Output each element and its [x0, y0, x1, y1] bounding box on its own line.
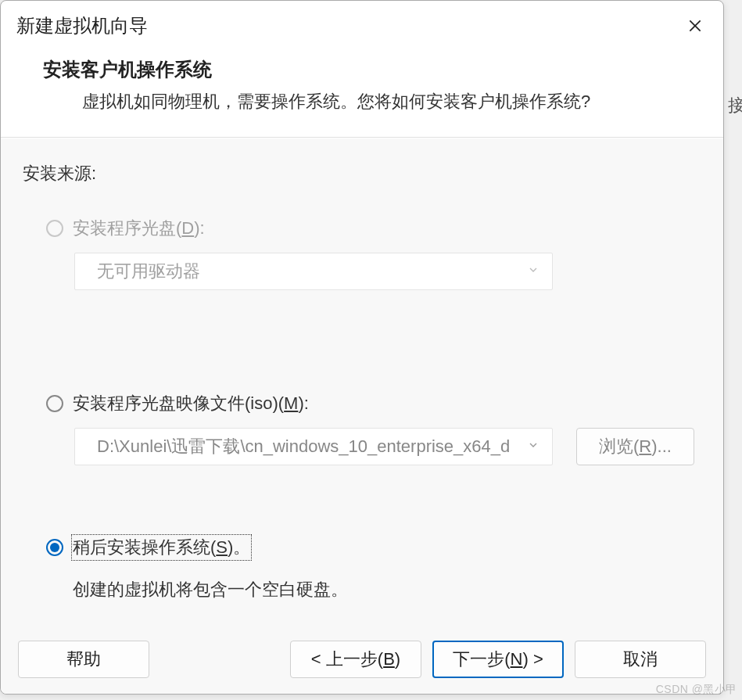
radio-iso-label-pre: 安装程序光盘映像文件(iso)(: [73, 393, 284, 413]
disc-drive-dropdown: 无可用驱动器: [74, 253, 553, 290]
iso-controls-row: D:\Xunlei\迅雷下载\cn_windows_10_enterprise_…: [74, 428, 701, 465]
radio-iso-hotkey: M: [284, 393, 298, 413]
radio-disc: [46, 220, 63, 237]
radio-disc-label-pre: 安装程序光盘(: [73, 218, 181, 238]
next-hotkey: N: [511, 649, 523, 669]
titlebar: 新建虚拟机向导: [1, 1, 723, 46]
next-label-post: ) >: [522, 649, 543, 669]
browse-label-pre: 浏览(: [599, 435, 639, 458]
disc-drive-text: 无可用驱动器: [97, 260, 200, 283]
radio-later-hotkey: S: [216, 537, 228, 557]
header-subtitle: 虚拟机如同物理机，需要操作系统。您将如何安装客户机操作系统?: [43, 90, 708, 113]
dialog-title: 新建虚拟机向导: [16, 13, 148, 38]
radio-disc-hotkey: D: [181, 218, 194, 238]
next-button[interactable]: 下一步(N) >: [432, 641, 564, 678]
background-fragment: 接: [728, 86, 742, 125]
chevron-down-icon: [527, 439, 539, 454]
option-later-description: 创建的虚拟机将包含一个空白硬盘。: [73, 578, 701, 601]
back-hotkey: B: [383, 649, 395, 669]
footer: 帮助 < 上一步(B) 下一步(N) > 取消: [1, 628, 723, 694]
header-section: 安装客户机操作系统 虚拟机如同物理机，需要操作系统。您将如何安装客户机操作系统?: [1, 46, 723, 138]
source-label: 安装来源:: [23, 162, 701, 185]
header-heading: 安装客户机操作系统: [43, 57, 708, 82]
content-area: 安装来源: 安装程序光盘(D): 无可用驱动器 安装程序光盘映像文: [1, 138, 723, 628]
close-icon: [687, 18, 703, 34]
browse-label-post: )...: [651, 436, 672, 457]
next-label-pre: 下一步(: [453, 648, 510, 671]
radio-later-label-post: )。: [228, 537, 250, 557]
radio-disc-label: 安装程序光盘(D):: [73, 217, 205, 240]
cancel-button[interactable]: 取消: [575, 641, 706, 678]
back-label-pre: < 上一步(: [311, 648, 383, 671]
option-disc-row: 安装程序光盘(D):: [46, 217, 701, 240]
install-source-group: 安装程序光盘(D): 无可用驱动器 安装程序光盘映像文件(iso)(M): D:: [23, 217, 701, 601]
wizard-dialog: 新建虚拟机向导 安装客户机操作系统 虚拟机如同物理机，需要操作系统。您将如何安装…: [0, 0, 724, 695]
option-later-row[interactable]: 稍后安装操作系统(S)。: [46, 536, 701, 559]
radio-iso-label-post: ):: [298, 393, 308, 413]
radio-later-label: 稍后安装操作系统(S)。: [73, 536, 250, 559]
iso-path-dropdown[interactable]: D:\Xunlei\迅雷下载\cn_windows_10_enterprise_…: [74, 428, 553, 465]
radio-iso-label: 安装程序光盘映像文件(iso)(M):: [73, 392, 309, 415]
back-label-post: ): [395, 649, 400, 669]
browse-hotkey: R: [639, 436, 651, 457]
browse-button[interactable]: 浏览(R)...: [576, 428, 694, 465]
radio-later-label-pre: 稍后安装操作系统(: [73, 537, 216, 557]
radio-later[interactable]: [46, 539, 63, 556]
radio-iso[interactable]: [46, 395, 63, 412]
radio-disc-label-post: ):: [194, 218, 204, 238]
watermark: CSDN @黑小甲: [656, 683, 737, 697]
help-button[interactable]: 帮助: [18, 641, 149, 678]
option-iso-row[interactable]: 安装程序光盘映像文件(iso)(M):: [46, 392, 701, 415]
iso-path-text: D:\Xunlei\迅雷下载\cn_windows_10_enterprise_…: [97, 435, 510, 458]
close-button[interactable]: [683, 13, 708, 38]
chevron-down-icon: [527, 264, 539, 279]
back-button[interactable]: < 上一步(B): [290, 641, 421, 678]
